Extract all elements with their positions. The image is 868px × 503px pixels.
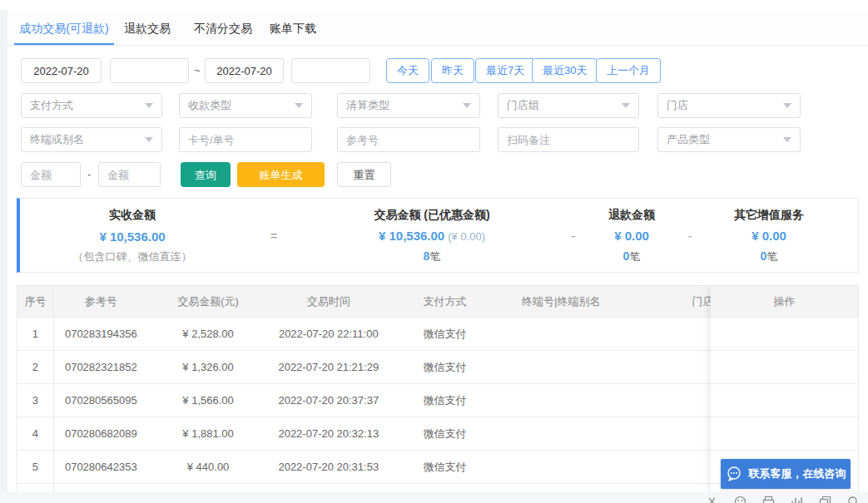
- cell-terminal: [501, 484, 622, 492]
- tab-unsettled-transactions[interactable]: 不清分交易: [194, 12, 252, 43]
- contact-support-button[interactable]: 联系客服，在线咨询: [721, 459, 851, 489]
- cell-terminal: [501, 351, 622, 383]
- value-added-value: ¥ 0.00: [702, 229, 836, 243]
- transaction-amount-label: 交易金额 (已优惠金额): [303, 208, 561, 223]
- tab-refund-transactions[interactable]: 退款交易: [124, 12, 171, 43]
- cell-reference-number: 070287005060: [54, 484, 148, 492]
- amount-max-input[interactable]: [98, 162, 161, 187]
- payment-method-select[interactable]: 支付方式: [21, 93, 162, 118]
- cell-time: 2022-07-20 20:31:53: [268, 451, 389, 483]
- transaction-amount-discount: (¥ 0.00): [448, 230, 485, 243]
- cell-operations[interactable]: [711, 417, 858, 451]
- quick-range-30days-button[interactable]: 最近30天: [532, 58, 598, 83]
- summary-refund-amount: 退款金额 ¥ 0.00 0笔: [586, 199, 677, 272]
- summary-value-added-services: 其它增值服务 ¥ 0.00 0笔: [702, 199, 836, 272]
- chevron-down-icon: [295, 103, 303, 108]
- end-time-input[interactable]: [291, 58, 370, 83]
- cell-amount: ¥ 1,326.00: [148, 351, 269, 383]
- cell-time: 2022-07-20 20:32:13: [268, 417, 389, 450]
- cell-operations[interactable]: [711, 384, 858, 417]
- emoji-icon[interactable]: [734, 496, 746, 503]
- cell-terminal: [501, 417, 622, 450]
- transaction-amount-value: ¥ 10,536.00(¥ 0.00): [303, 229, 561, 243]
- windows-icon[interactable]: [819, 496, 831, 503]
- collection-type-select[interactable]: 收款类型: [179, 93, 312, 118]
- payment-method-select-label: 支付方式: [30, 98, 73, 113]
- cell-time: 2022-07-20 21:21:29: [268, 351, 389, 383]
- chevron-down-icon: [145, 103, 153, 108]
- received-amount-note: （包含口碑、微信直连）: [20, 249, 245, 264]
- store-group-select[interactable]: 门店组: [498, 93, 639, 118]
- formula-icon[interactable]: [706, 496, 718, 503]
- value-added-count: 0笔: [702, 249, 836, 264]
- chevron-down-icon: [783, 137, 791, 142]
- cell-payment-method: 微信支付: [389, 484, 501, 492]
- card-number-input[interactable]: [179, 127, 312, 152]
- product-type-select[interactable]: 产品类型: [657, 127, 801, 152]
- cell-payment-method: 微信支付: [389, 451, 501, 483]
- summary-minus-operator-2: -: [677, 199, 702, 272]
- chart-icon[interactable]: [791, 496, 803, 503]
- cell-payment-method: 微信支付: [389, 351, 501, 383]
- received-amount-value: ¥ 10,536.00: [20, 229, 245, 244]
- scan-remark-input[interactable]: [498, 127, 639, 152]
- cell-index: 4: [17, 417, 54, 450]
- summary-panel: 实收金额 ¥ 10,536.00 （包含口碑、微信直连） = 交易金额 (已优惠…: [17, 198, 859, 273]
- start-date-input[interactable]: [21, 58, 102, 83]
- cell-terminal: [501, 451, 622, 483]
- cell-time: 2022-07-20 19:05:49: [268, 484, 389, 492]
- cell-reference-number: 070283194356: [54, 318, 148, 350]
- amount-range-separator: -: [87, 168, 91, 180]
- refund-count: 0笔: [586, 249, 677, 264]
- date-range-separator: ~: [194, 64, 201, 76]
- search-icon[interactable]: [847, 496, 860, 503]
- quick-range-7days-button[interactable]: 最近7天: [475, 58, 535, 83]
- product-type-select-label: 产品类型: [667, 132, 710, 147]
- reset-button[interactable]: 重置: [337, 162, 391, 187]
- cell-payment-method: 微信支付: [389, 384, 501, 417]
- header-payment-method: 支付方式: [389, 286, 501, 317]
- terminal-alias-select-label: 终端或别名: [30, 132, 84, 147]
- settlement-type-select[interactable]: 清算类型: [337, 93, 480, 118]
- cell-time: 2022-07-20 22:11:00: [268, 318, 389, 350]
- chevron-down-icon: [622, 103, 630, 108]
- store-group-select-label: 门店组: [507, 98, 539, 113]
- cell-reference-number: 070282321852: [54, 351, 148, 383]
- cell-reference-number: 070280682089: [54, 417, 148, 450]
- quick-range-yesterday-button[interactable]: 昨天: [431, 58, 474, 83]
- terminal-alias-select[interactable]: 终端或别名: [21, 127, 162, 152]
- collection-type-select-label: 收款类型: [188, 98, 231, 113]
- quick-range-today-button[interactable]: 今天: [386, 58, 429, 83]
- tab-bill-download[interactable]: 账单下载: [269, 12, 317, 43]
- summary-received-amount: 实收金额 ¥ 10,536.00 （包含口碑、微信直连）: [20, 199, 245, 272]
- cell-amount: ¥ 2,528.00: [148, 318, 269, 350]
- received-amount-label: 实收金额: [20, 208, 245, 223]
- cell-operations[interactable]: [711, 351, 858, 384]
- contact-support-label: 联系客服，在线咨询: [749, 466, 846, 481]
- cell-index: 6: [17, 484, 54, 492]
- header-operations: 操作: [711, 286, 858, 318]
- summary-transaction-amount: 交易金额 (已优惠金额) ¥ 10,536.00(¥ 0.00) 8笔: [303, 199, 561, 272]
- refund-amount-value: ¥ 0.00: [586, 229, 677, 243]
- store-select[interactable]: 门店: [657, 93, 801, 118]
- reference-number-input[interactable]: [337, 127, 480, 152]
- start-time-input[interactable]: [110, 58, 189, 83]
- header-reference-number: 参考号: [54, 286, 148, 317]
- generate-bill-button[interactable]: 账单生成: [237, 162, 325, 187]
- refund-amount-label: 退款金额: [586, 208, 677, 223]
- bottom-toolbar: [706, 496, 860, 503]
- search-button[interactable]: 查询: [181, 162, 231, 187]
- cell-operations[interactable]: [711, 318, 858, 351]
- quick-range-last-month-button[interactable]: 上一个月: [596, 58, 661, 83]
- cell-amount: ¥ 1,566.00: [148, 384, 269, 417]
- chat-bubble-icon: [726, 466, 742, 482]
- transaction-amount-main: ¥ 10,536.00: [379, 229, 444, 243]
- amount-min-input[interactable]: [21, 162, 81, 187]
- cell-terminal: [501, 318, 622, 350]
- cell-amount: ¥ 1,534.00: [148, 484, 269, 492]
- tab-success-transactions[interactable]: 成功交易(可退款): [14, 12, 114, 45]
- cell-amount: ¥ 440.00: [148, 451, 269, 483]
- printer-icon[interactable]: [762, 496, 775, 503]
- settlement-type-select-label: 清算类型: [346, 98, 389, 113]
- end-date-input[interactable]: [205, 58, 284, 83]
